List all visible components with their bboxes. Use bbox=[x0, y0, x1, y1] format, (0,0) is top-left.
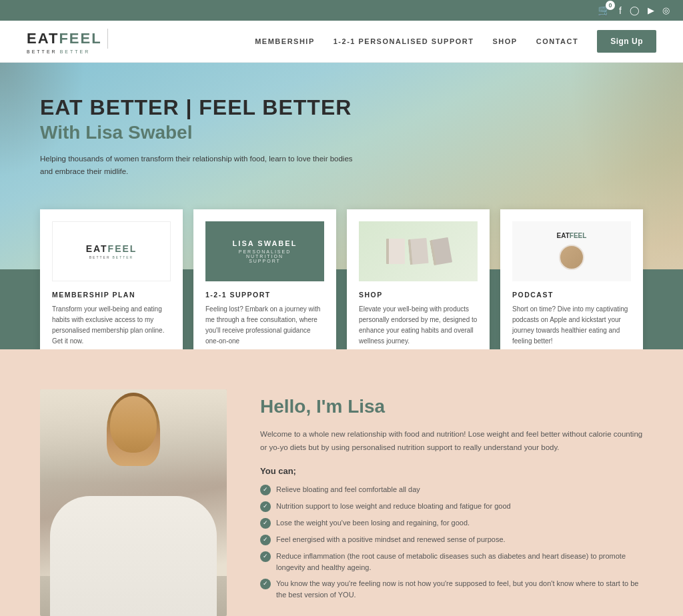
support-card[interactable]: LISA SWABEL PERSONALISEDNUTRITIONSUPPORT… bbox=[193, 209, 336, 349]
hero-description: Helping thousands of women transform the… bbox=[40, 153, 360, 177]
logo-sub: BETTER BETTER bbox=[27, 49, 90, 54]
nav-personalised-support[interactable]: 1-2-1 PERSONALISED SUPPORT bbox=[333, 37, 474, 45]
about-you-can-label: You can; bbox=[260, 466, 643, 476]
nav-membership[interactable]: MEMBERSHIP bbox=[255, 37, 315, 45]
about-section: Hello, I'm Lisa Welcome to a whole new r… bbox=[0, 349, 683, 616]
about-title: Hello, I'm Lisa bbox=[260, 396, 643, 417]
check-icon-2: ✓ bbox=[260, 501, 271, 512]
top-bar: 🛒 0 f ◯ ▶ ◎ bbox=[0, 0, 683, 21]
hero-subtitle: With Lisa Swabel bbox=[40, 122, 643, 143]
support-label: PERSONALISEDNUTRITIONSUPPORT bbox=[239, 249, 291, 263]
check-icon-4: ✓ bbox=[260, 535, 271, 545]
logo-divider bbox=[107, 29, 108, 49]
nav-shop[interactable]: SHOP bbox=[493, 37, 518, 45]
membership-card-text: Transform your well-being and eating hab… bbox=[52, 304, 171, 347]
list-item: ✓ Reduce inflammation (the root cause of… bbox=[260, 551, 643, 573]
photo-shirt bbox=[50, 496, 217, 616]
check-icon-5: ✓ bbox=[260, 551, 271, 562]
list-item: ✓ Feel energised with a positive mindset… bbox=[260, 534, 643, 545]
check-icon-6: ✓ bbox=[260, 579, 271, 589]
facebook-icon[interactable]: f bbox=[619, 5, 622, 16]
check-icon-3: ✓ bbox=[260, 518, 271, 529]
hero-content: EAT BETTER | FEEL BETTER With Lisa Swabe… bbox=[0, 63, 683, 191]
about-photo bbox=[40, 389, 227, 616]
support-card-text: Feeling lost? Embark on a journey with m… bbox=[205, 304, 324, 347]
logo-eat: EAT bbox=[27, 30, 59, 47]
instagram2-icon[interactable]: ◎ bbox=[662, 5, 670, 15]
photo-head bbox=[110, 396, 157, 453]
podcast-card-image: EAT FEEL bbox=[512, 221, 631, 281]
support-name: LISA SWABEL bbox=[233, 239, 297, 247]
book2 bbox=[408, 238, 428, 265]
podcast-card-text: Short on time? Dive into my captivating … bbox=[512, 304, 631, 347]
hero-section: EAT BETTER | FEEL BETTER With Lisa Swabe… bbox=[0, 63, 683, 349]
about-intro: Welcome to a whole new relationship with… bbox=[260, 428, 643, 454]
about-list: ✓ Relieve bloating and feel comfortable … bbox=[260, 484, 643, 600]
book1 bbox=[386, 239, 405, 264]
shop-card-title: SHOP bbox=[359, 291, 478, 299]
support-card-image: LISA SWABEL PERSONALISEDNUTRITIONSUPPORT bbox=[205, 221, 324, 281]
support-card-title: 1-2-1 SUPPORT bbox=[205, 291, 324, 299]
list-item: ✓ Lose the weight you've been losing and… bbox=[260, 517, 643, 529]
nav-contact[interactable]: CONTACT bbox=[536, 37, 578, 45]
mini-logo-eat: EATFEEL bbox=[86, 243, 137, 254]
podcast-avatar bbox=[559, 245, 584, 270]
podcast-card[interactable]: EAT FEEL PODCAST Short on time? Dive int… bbox=[500, 209, 643, 349]
check-icon-1: ✓ bbox=[260, 485, 271, 495]
logo[interactable]: EAT FEEL BETTER BETTER bbox=[27, 29, 113, 54]
site-header: EAT FEEL BETTER BETTER MEMBERSHIP 1-2-1 … bbox=[0, 21, 683, 63]
cart-icon-wrap[interactable]: 🛒 0 bbox=[598, 4, 611, 17]
instagram-icon[interactable]: ◯ bbox=[630, 5, 640, 15]
main-nav: MEMBERSHIP 1-2-1 PERSONALISED SUPPORT SH… bbox=[255, 30, 656, 53]
membership-card-image: EATFEEL BETTER BETTER bbox=[52, 221, 171, 281]
about-text: Hello, I'm Lisa Welcome to a whole new r… bbox=[260, 389, 643, 600]
membership-card[interactable]: EATFEEL BETTER BETTER MEMBERSHIP PLAN Tr… bbox=[40, 209, 183, 349]
youtube-icon[interactable]: ▶ bbox=[648, 5, 654, 15]
shop-card[interactable]: SHOP Elevate your well-being with produc… bbox=[347, 209, 490, 349]
list-item: ✓ Nutrition support to lose weight and r… bbox=[260, 501, 643, 512]
book3 bbox=[430, 237, 452, 265]
membership-card-title: MEMBERSHIP PLAN bbox=[52, 291, 171, 299]
podcast-card-title: PODCAST bbox=[512, 291, 631, 299]
cards-row: EATFEEL BETTER BETTER MEMBERSHIP PLAN Tr… bbox=[0, 209, 683, 349]
podcast-logo: EAT FEEL bbox=[557, 232, 587, 239]
mini-logo-sub: BETTER BETTER bbox=[89, 255, 133, 259]
list-item: ✓ Relieve bloating and feel comfortable … bbox=[260, 484, 643, 495]
list-item: ✓ You know the way you're feeling now is… bbox=[260, 578, 643, 600]
cart-badge: 0 bbox=[606, 1, 615, 10]
shop-card-image bbox=[359, 221, 478, 281]
shop-card-text: Elevate your well-being with products pe… bbox=[359, 304, 478, 347]
hero-title: EAT BETTER | FEEL BETTER bbox=[40, 96, 643, 119]
signup-button[interactable]: Sign Up bbox=[597, 30, 656, 53]
logo-feel: FEEL bbox=[59, 30, 101, 47]
